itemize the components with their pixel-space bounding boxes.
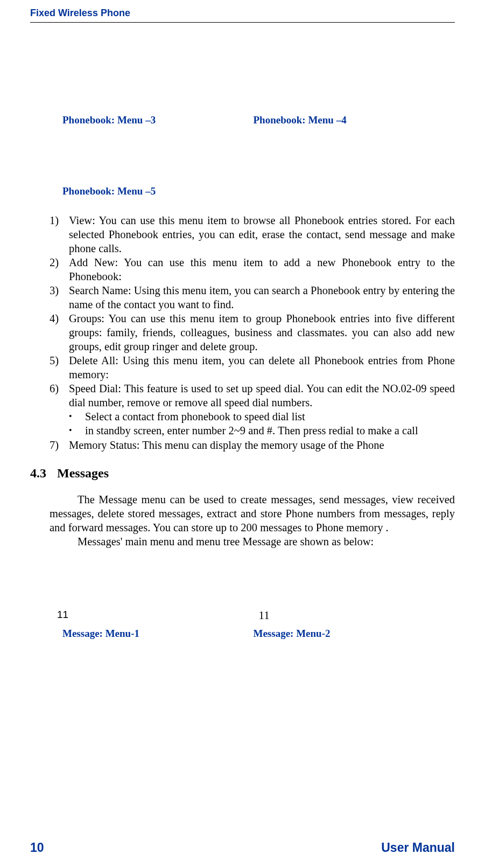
manual-page: Fixed Wireless Phone Phonebook: Menu –3 …	[0, 0, 485, 868]
list-item: 3) Search Name: Using this menu item, yo…	[50, 283, 455, 311]
item-body: View: You can use this menu item to brow…	[69, 213, 455, 255]
paragraph-text: Messages' main menu and menu tree Messag…	[78, 536, 374, 547]
section-title: Messages	[57, 466, 109, 481]
page-number: 10	[30, 841, 44, 855]
item-body: Add New: You can use this menu item to a…	[69, 255, 455, 283]
list-item: 1) View: You can use this menu item to b…	[50, 213, 455, 255]
list-item: • in standby screen, enter number 2~9 an…	[69, 423, 455, 438]
item-body: Memory Status: This menu can display the…	[69, 438, 455, 452]
messages-paragraph-1: The Message menu can be used to create m…	[50, 492, 455, 534]
header-rule	[30, 22, 455, 23]
list-item: 7) Memory Status: This menu can display …	[50, 438, 455, 452]
item-body: Search Name: Using this menu item, you c…	[69, 283, 455, 311]
paragraph-text: The Message menu can be used to create m…	[50, 494, 455, 533]
phonebook-caption-row-1: Phonebook: Menu –3 Phonebook: Menu –4	[30, 114, 455, 126]
item-number: 1)	[50, 213, 69, 255]
header-product-title: Fixed Wireless Phone	[30, 0, 455, 22]
item-number: 5)	[50, 353, 69, 381]
item-body: Groups: You can use this menu item to gr…	[69, 311, 455, 353]
phonebook-feature-list: 1) View: You can use this menu item to b…	[50, 213, 455, 452]
phonebook-menu-3-caption: Phonebook: Menu –3	[30, 114, 243, 126]
bullet-icon: •	[69, 409, 85, 423]
list-item: 2) Add New: You can use this menu item t…	[50, 255, 455, 283]
item-number: 2)	[50, 255, 69, 283]
item-body: in standby screen, enter number 2~9 and …	[85, 423, 455, 438]
figure-number-left: 11	[30, 609, 254, 622]
message-caption-row: Message: Menu-1 Message: Menu-2	[30, 628, 455, 640]
speed-dial-sub-list: • Select a contact from phonebook to spe…	[69, 409, 455, 438]
bullet-icon: •	[69, 423, 85, 438]
figure-numbers-row: 11 11	[30, 609, 455, 622]
item-number: 4)	[50, 311, 69, 353]
figure-number-right: 11	[254, 609, 455, 622]
phonebook-caption-row-2: Phonebook: Menu –5	[30, 185, 455, 197]
item-number: 7)	[50, 438, 69, 452]
item-number: 3)	[50, 283, 69, 311]
phonebook-menu-4-caption: Phonebook: Menu –4	[243, 114, 455, 126]
messages-paragraph-2: Messages' main menu and menu tree Messag…	[50, 534, 455, 548]
message-menu-2-caption: Message: Menu-2	[243, 628, 455, 640]
list-item: 6) Speed Dial: This feature is used to s…	[50, 381, 455, 409]
section-number: 4.3	[30, 466, 57, 481]
list-item: • Select a contact from phonebook to spe…	[69, 409, 455, 423]
item-body: Select a contact from phonebook to speed…	[85, 409, 455, 423]
item-body: Delete All: Using this menu item, you ca…	[69, 353, 455, 381]
message-menu-1-caption: Message: Menu-1	[30, 628, 243, 640]
list-item: 4) Groups: You can use this menu item to…	[50, 311, 455, 353]
section-heading: 4.3 Messages	[30, 466, 455, 481]
page-footer: 10 User Manual	[30, 841, 455, 855]
list-item: 5) Delete All: Using this menu item, you…	[50, 353, 455, 381]
item-number: 6)	[50, 381, 69, 409]
footer-label: User Manual	[381, 841, 455, 855]
phonebook-menu-5-caption: Phonebook: Menu –5	[30, 185, 243, 197]
item-body: Speed Dial: This feature is used to set …	[69, 381, 455, 409]
